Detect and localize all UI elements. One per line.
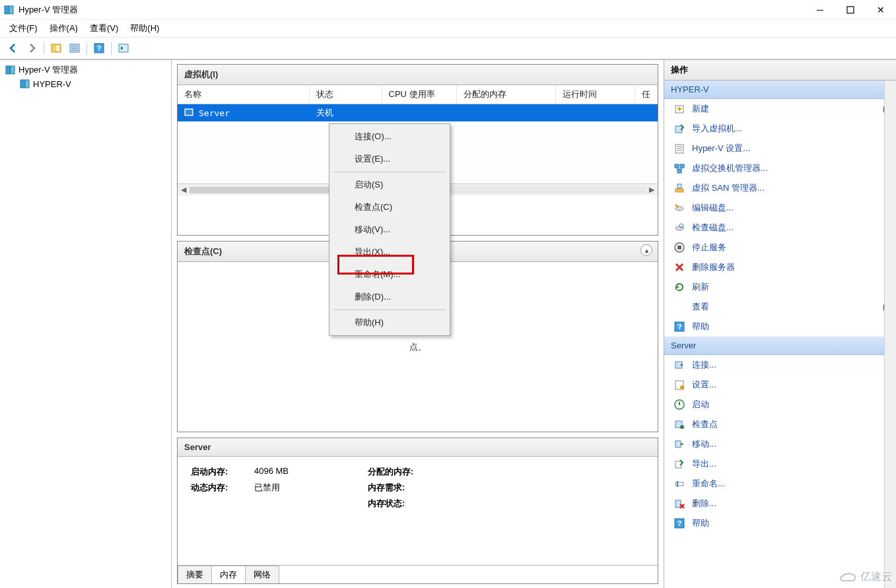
app-icon (4, 5, 15, 15)
action-新建[interactable]: 新建▶ (664, 99, 896, 119)
actions-scrollbar-vertical[interactable] (884, 81, 896, 588)
scroll-left-icon[interactable]: ◀ (178, 184, 190, 196)
details-col-left: 启动内存:4096 MB 动态内存:已禁用 (191, 466, 289, 556)
menu-file[interactable]: 文件(F) (9, 22, 38, 34)
minimize-button[interactable]: ─ (805, 0, 835, 20)
action-虚拟san管理器[interactable]: 虚拟 SAN 管理器... (664, 178, 896, 198)
col-state[interactable]: 状态 (310, 85, 382, 104)
refresh-view-button[interactable] (116, 40, 131, 56)
section-hyperv-header[interactable]: HYPER-V▴ (664, 81, 896, 99)
action-检查磁盘[interactable]: 检查磁盘... (664, 218, 896, 238)
action-label: 检查磁盘... (692, 222, 734, 234)
vm-table-header: 名称 状态 CPU 使用率 分配的内存 运行时间 任 (178, 85, 658, 104)
action-label: 导出... (692, 458, 716, 470)
action-停止服务[interactable]: 停止服务 (664, 238, 896, 257)
action-编辑磁盘[interactable]: 编辑磁盘... (664, 198, 896, 218)
svg-point-29 (675, 207, 683, 211)
action-label: 重命名... (692, 478, 725, 490)
action-hyper-v设置[interactable]: Hyper-V 设置... (664, 139, 896, 158)
action-刷新[interactable]: 刷新 (664, 277, 896, 297)
vm-state: 关机 (316, 107, 333, 119)
ctx-连接o[interactable]: 连接(O)... (331, 125, 448, 148)
action-启动[interactable]: 启动 (664, 395, 896, 414)
close-button[interactable]: ✕ (866, 0, 896, 20)
ctx-帮助h[interactable]: 帮助(H) (331, 311, 448, 334)
menubar: 文件(F) 操作(A) 查看(V) 帮助(H) (0, 20, 896, 37)
action-连接[interactable]: 连接... (664, 355, 896, 375)
svg-text:?: ? (97, 44, 102, 52)
ctx-启动s[interactable]: 启动(S) (331, 174, 448, 196)
action-帮助[interactable]: ?帮助 (664, 317, 896, 337)
help-button[interactable]: ? (91, 40, 107, 56)
action-移动[interactable]: 移动... (664, 434, 896, 454)
ctx-检查点c[interactable]: 检查点(C) (331, 196, 448, 218)
action-label: 帮助 (692, 321, 709, 333)
action-帮助[interactable]: ?帮助 (664, 513, 896, 533)
scroll-right-icon[interactable]: ▶ (646, 184, 658, 196)
tab-network[interactable]: 网络 (245, 566, 279, 583)
col-cpu[interactable]: CPU 使用率 (382, 85, 458, 104)
svg-point-39 (680, 385, 684, 389)
toolbar: ? (0, 37, 896, 59)
action-删除服务器[interactable]: 删除服务器 (664, 257, 896, 277)
collapse-button[interactable]: ▴ (640, 244, 652, 256)
col-task[interactable]: 任 (635, 85, 658, 104)
help-icon: ? (673, 321, 685, 333)
vm-icon (184, 108, 193, 117)
menu-help[interactable]: 帮助(H) (130, 22, 159, 34)
section-server-items: 连接...设置...启动检查点移动...导出...重命名...删除...?帮助 (664, 355, 896, 533)
ctx-删除d[interactable]: 删除(D)... (331, 286, 448, 308)
col-memory[interactable]: 分配的内存 (457, 85, 556, 104)
action-label: Hyper-V 设置... (692, 143, 750, 154)
action-label: 编辑磁盘... (692, 202, 734, 214)
col-name[interactable]: 名称 (178, 85, 310, 104)
properties-button[interactable] (67, 40, 83, 56)
san-icon (673, 182, 685, 194)
col-uptime[interactable]: 运行时间 (556, 85, 635, 104)
delete-icon (673, 498, 685, 509)
ctx-设置e[interactable]: 设置(E)... (331, 148, 448, 170)
action-查看[interactable]: 查看▶ (664, 297, 896, 317)
view-icon (673, 301, 685, 313)
startup-memory-value: 4096 MB (254, 466, 289, 478)
action-label: 新建 (692, 103, 709, 115)
action-label: 删除服务器 (692, 261, 735, 273)
svg-rect-13 (11, 66, 15, 74)
tab-memory[interactable]: 内存 (211, 566, 246, 583)
vm-row-selected[interactable]: Server 关机 (178, 104, 658, 121)
action-label: 删除... (692, 498, 716, 509)
action-虚拟交换机管理器[interactable]: 虚拟交换机管理器... (664, 158, 896, 178)
ctx-重命名m[interactable]: 重命名(M)... (331, 263, 448, 286)
memory-status-label: 内存状态: (368, 498, 421, 509)
menu-view[interactable]: 查看(V) (90, 22, 118, 34)
action-删除[interactable]: 删除... (664, 494, 896, 513)
action-导出[interactable]: 导出... (664, 454, 896, 474)
forward-button[interactable] (24, 40, 40, 56)
action-label: 移动... (692, 438, 716, 450)
action-导入虚拟机[interactable]: 导入虚拟机... (664, 119, 896, 139)
menu-action[interactable]: 操作(A) (50, 22, 78, 34)
action-检查点[interactable]: 检查点 (664, 414, 896, 434)
svg-rect-27 (675, 189, 683, 192)
action-设置[interactable]: 设置... (664, 375, 896, 395)
ctx-移动v[interactable]: 移动(V)... (331, 218, 448, 241)
ctx-导出x[interactable]: 导出(X)... (331, 241, 448, 263)
maximize-button[interactable] (835, 0, 866, 20)
show-hide-button[interactable] (48, 40, 64, 56)
back-button[interactable] (5, 40, 21, 56)
svg-rect-43 (675, 441, 681, 447)
edit-disk-icon (673, 202, 685, 214)
action-重命名[interactable]: 重命名... (664, 474, 896, 494)
details-panel: Server 启动内存:4096 MB 动态内存:已禁用 分配的内存: 内存需求… (177, 438, 658, 584)
tree-server-node[interactable]: HYPER-V (17, 77, 168, 90)
tree-root[interactable]: Hyper-V 管理器 (3, 63, 168, 77)
svg-rect-14 (20, 80, 24, 88)
action-label: 查看 (692, 301, 709, 313)
tab-summary[interactable]: 摘要 (178, 566, 212, 583)
tree-pane: Hyper-V 管理器 HYPER-V (0, 60, 172, 588)
svg-rect-28 (677, 184, 681, 188)
titlebar: Hyper-V 管理器 ─ ✕ (0, 0, 896, 20)
action-label: 停止服务 (692, 242, 726, 253)
export-icon (673, 458, 685, 470)
section-server-header[interactable]: Server▴ (664, 337, 896, 355)
